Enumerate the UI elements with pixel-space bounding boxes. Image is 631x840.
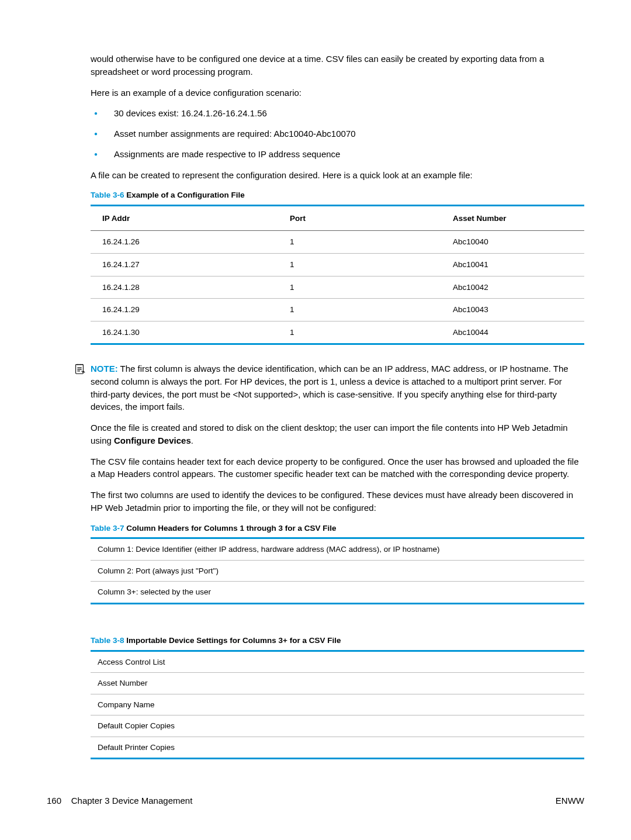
cell-asset: Abc10044	[441, 321, 584, 344]
page-number: 160	[47, 796, 61, 806]
table-row: 16.24.1.301Abc10044	[91, 321, 584, 344]
caption-prefix: Table 3-6	[91, 191, 124, 199]
table-header-ip: IP Addr	[91, 205, 278, 231]
footer-right: ENWW	[556, 794, 584, 807]
cell: Company Name	[91, 694, 584, 715]
configure-devices-bold: Configure Devices	[114, 435, 191, 445]
table-3-6: IP Addr Port Asset Number 16.24.1.261Abc…	[91, 205, 584, 345]
caption-title: Example of a Configuration File	[124, 191, 245, 199]
table-row: 16.24.1.281Abc10042	[91, 276, 584, 299]
table-row: 16.24.1.291Abc10043	[91, 299, 584, 322]
table-3-8-caption: Table 3-8 Importable Device Settings for…	[91, 635, 584, 647]
table-3-7: Column 1: Device Identifier (either IP a…	[91, 537, 584, 604]
cell-asset: Abc10041	[441, 253, 584, 276]
note-label: NOTE:	[91, 364, 118, 374]
cell: Asset Number	[91, 673, 584, 694]
scenario-bullet-list: 30 devices exist: 16.24.1.26-16.24.1.56 …	[91, 107, 584, 160]
page-footer: 160 Chapter 3 Device Management ENWW	[47, 794, 584, 807]
table-row: Company Name	[91, 694, 584, 715]
note-block: NOTE: The first column is always the dev…	[71, 362, 584, 413]
cell-port: 1	[278, 321, 441, 344]
cell-asset: Abc10043	[441, 299, 584, 322]
table-row: Default Copier Copies	[91, 715, 584, 737]
bullet-item: Assignments are made respective to IP ad…	[91, 148, 584, 161]
cell-ip: 16.24.1.27	[91, 253, 278, 276]
cell: Column 2: Port (always just "Port")	[91, 560, 584, 582]
cell-ip: 16.24.1.28	[91, 276, 278, 299]
table-header-asset: Asset Number	[441, 205, 584, 231]
caption-title: Column Headers for Columns 1 through 3 f…	[124, 524, 337, 533]
note-icon	[73, 362, 86, 379]
table-row: Column 2: Port (always just "Port")	[91, 560, 584, 582]
caption-title: Importable Device Settings for Columns 3…	[124, 636, 341, 645]
bullet-item: Asset number assignments are required: A…	[91, 127, 584, 140]
cell: Default Printer Copies	[91, 737, 584, 759]
cell-ip: 16.24.1.26	[91, 231, 278, 254]
note-body: The first column is always the device id…	[91, 364, 568, 412]
text-part: .	[191, 435, 193, 445]
cell-port: 1	[278, 276, 441, 299]
post-note-paragraph-3: The first two columns are used to identi…	[91, 489, 584, 514]
table-header-port: Port	[278, 205, 441, 231]
post-note-paragraph-1: Once the file is created and stored to d…	[91, 421, 584, 447]
cell-asset: Abc10042	[441, 276, 584, 299]
cell: Column 3+: selected by the user	[91, 582, 584, 604]
caption-prefix: Table 3-7	[91, 524, 124, 533]
table-3-6-caption: Table 3-6 Example of a Configuration Fil…	[91, 189, 584, 201]
caption-prefix: Table 3-8	[91, 636, 124, 645]
cell-port: 1	[278, 231, 441, 254]
post-note-paragraph-2: The CSV file contains header text for ea…	[91, 455, 584, 481]
table-row: Column 1: Device Identifier (either IP a…	[91, 538, 584, 561]
note-text: NOTE: The first column is always the dev…	[91, 362, 584, 413]
cell-ip: 16.24.1.30	[91, 321, 278, 344]
cell: Access Control List	[91, 651, 584, 673]
table-row: 16.24.1.271Abc10041	[91, 253, 584, 276]
cell-port: 1	[278, 299, 441, 322]
table-row: Column 3+: selected by the user	[91, 582, 584, 604]
cell: Column 1: Device Identifier (either IP a…	[91, 538, 584, 561]
bullet-item: 30 devices exist: 16.24.1.26-16.24.1.56	[91, 107, 584, 120]
table-3-7-caption: Table 3-7 Column Headers for Columns 1 t…	[91, 523, 584, 534]
cell-asset: Abc10040	[441, 231, 584, 254]
cell: Default Copier Copies	[91, 715, 584, 737]
table-row: Access Control List	[91, 651, 584, 673]
intro-paragraph-2: Here is an example of a device configura…	[91, 87, 584, 99]
chapter-label: Chapter 3 Device Management	[71, 796, 193, 806]
table-row: 16.24.1.261Abc10040	[91, 231, 584, 254]
cell-port: 1	[278, 253, 441, 276]
table-3-8: Access Control ListAsset NumberCompany N…	[91, 650, 584, 760]
intro-paragraph-1: would otherwise have to be configured on…	[91, 53, 584, 78]
footer-left: 160 Chapter 3 Device Management	[47, 794, 192, 807]
cell-ip: 16.24.1.29	[91, 299, 278, 322]
table-row: Default Printer Copies	[91, 737, 584, 759]
table-row: Asset Number	[91, 673, 584, 694]
intro-paragraph-3: A file can be created to represent the c…	[91, 169, 584, 182]
